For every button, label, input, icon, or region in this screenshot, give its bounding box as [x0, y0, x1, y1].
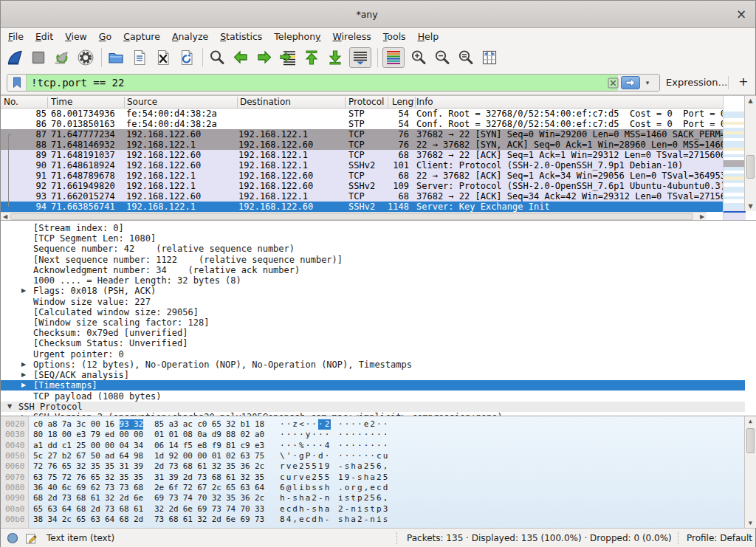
column-header-no[interactable]: No. [4, 96, 47, 108]
hex-vscrollbar[interactable]: ▲ ▼ [744, 416, 756, 528]
menu-go[interactable]: Go [93, 29, 117, 44]
hex-bytes-group2[interactable]: 01 01 08 0a d9 88 02 a0 [154, 430, 264, 440]
hex-ascii-group2[interactable]: ····e2·· [338, 419, 389, 430]
column-divider[interactable] [47, 97, 48, 108]
save-file-button[interactable] [130, 47, 149, 68]
hex-bytes-group2[interactable]: 31 39 2d 73 68 61 32 35 [154, 472, 264, 483]
go-back-button[interactable] [231, 47, 250, 68]
auto-scroll-button[interactable] [349, 47, 371, 68]
zoom-100-button[interactable] [456, 47, 475, 68]
colorize-button[interactable] [382, 47, 405, 68]
hex-row[interactable]: 00a065 63 64 68 2d 73 68 6132 2d 6e 69 7… [1, 504, 745, 515]
hex-selected-bytes[interactable]: 93 32 [120, 419, 143, 430]
expand-arrow-icon[interactable]: ▶ [21, 359, 26, 370]
go-last-button[interactable] [326, 47, 345, 68]
menu-view[interactable]: View [59, 29, 93, 44]
hex-row[interactable]: 009068 2d 73 68 61 32 2d 6e69 73 74 70 3… [1, 493, 745, 503]
scroll-up-icon[interactable]: ▲ [745, 96, 756, 106]
open-file-button[interactable] [106, 47, 126, 68]
packet-row-85[interactable]: 8568.001734936fe:54:00:d4:38:2aSTP54Conf… [1, 109, 723, 119]
hex-ascii-group2[interactable]: 19-sha25 [338, 472, 389, 483]
hex-ascii-group1[interactable]: 6@libssh [280, 483, 331, 493]
packet-row-92[interactable]: 9271.661949820192.168.122.1192.168.122.6… [1, 181, 723, 191]
hex-row[interactable]: 00b038 34 2c 65 63 64 68 2d73 68 61 32 2… [1, 515, 745, 525]
scrollbar-thumb[interactable] [746, 155, 755, 179]
hex-bytes-group1[interactable]: 80 18 00 e3 79 ed 00 00 [33, 430, 143, 440]
detail-row[interactable]: [Window size scaling factor: 128] [1, 317, 745, 328]
hex-row[interactable]: 006072 76 65 32 35 35 31 392d 73 68 61 3… [1, 461, 745, 472]
menu-edit[interactable]: Edit [30, 29, 59, 44]
scrollbar-thumb[interactable] [746, 428, 755, 453]
find-packet-button[interactable] [207, 47, 227, 68]
resize-columns-button[interactable] [480, 47, 499, 68]
hex-ascii-group2[interactable]: ········ [338, 430, 389, 440]
hex-ascii-group1[interactable]: rve25519 [280, 461, 331, 472]
add-filter-button[interactable]: + [736, 73, 751, 91]
detail-row[interactable]: Acknowledgment number: 34 (relative ack … [1, 265, 745, 275]
hex-ascii-group1[interactable]: 84,ecdh- [280, 515, 331, 525]
close-file-button[interactable] [154, 47, 173, 68]
hex-bytes-group2[interactable]: 32 2d 6e 69 73 74 70 33 [154, 504, 264, 515]
detail-row[interactable]: ▼SSH Protocol [1, 402, 745, 412]
packet-minimap[interactable] [723, 96, 745, 221]
expression-button[interactable]: Expression… [666, 74, 728, 92]
hex-ascii-group2[interactable]: sha2-nis [338, 515, 389, 525]
menu-analyze[interactable]: Analyze [166, 29, 214, 44]
hex-ascii-group2[interactable]: istp256, [338, 493, 389, 503]
detail-row[interactable]: ▶Flags: 0x018 (PSH, ACK) [1, 286, 745, 296]
close-button[interactable]: × [733, 6, 749, 22]
packet-list-vscrollbar[interactable]: ▲ ▼ [744, 96, 756, 211]
scrollbar-thumb[interactable] [10, 213, 693, 220]
hex-bytes-group2[interactable]: 73 68 61 32 2d 6e 69 73 [154, 515, 264, 525]
scroll-up-icon[interactable]: ▲ [745, 416, 756, 426]
column-divider[interactable] [124, 97, 125, 108]
hex-ascii-group1[interactable]: h-sha2-n [280, 493, 331, 503]
hex-ascii-group1[interactable]: curve255 [280, 472, 331, 483]
detail-row[interactable]: [TCP Segment Len: 1080] [1, 233, 745, 244]
hex-ascii-group2[interactable]: ······cu [338, 451, 389, 461]
packet-row-91[interactable]: 9171.648789678192.168.122.1192.168.122.6… [1, 171, 723, 181]
hex-row[interactable]: 00505c 27 b2 67 50 ad 64 981d 92 00 00 0… [1, 451, 745, 461]
detail-row[interactable]: Window size value: 227 [1, 297, 745, 307]
hex-bytes-group1[interactable]: 72 76 65 32 35 35 31 39 [33, 461, 143, 472]
detail-row[interactable]: Checksum: 0x79ed [unverified] [1, 328, 745, 338]
column-divider[interactable] [237, 97, 238, 108]
column-header-protocol[interactable]: Protocol [348, 96, 387, 108]
expand-arrow-icon[interactable]: ▶ [21, 380, 26, 391]
packet-row-94[interactable]: 9471.663856741192.168.122.1192.168.122.6… [1, 202, 723, 212]
reload-file-button[interactable] [177, 47, 196, 68]
detail-row[interactable]: ▶[Timestamps] [1, 380, 745, 391]
zoom-out-button[interactable] [433, 47, 452, 68]
hex-bytes-group1[interactable]: 36 40 6c 69 62 73 73 68 [33, 483, 143, 493]
scroll-down-icon[interactable]: ▼ [745, 518, 756, 528]
hex-bytes-group1[interactable]: 38 34 2c 65 63 64 68 2d [33, 515, 143, 525]
column-header-source[interactable]: Source [127, 96, 236, 108]
menu-capture[interactable]: Capture [117, 29, 166, 44]
hex-ascii-group1[interactable]: \'·gP·d· [280, 451, 331, 461]
filter-text[interactable]: !tcp.port == 22 [31, 75, 124, 91]
packet-row-93[interactable]: 9371.662015274192.168.122.60192.168.122.… [1, 191, 723, 202]
expand-arrow-icon[interactable]: ▶ [21, 286, 26, 296]
menu-telephony[interactable]: Telephony [268, 29, 326, 44]
hex-row[interactable]: 0040a1 dd c1 25 00 00 04 3406 14 f5 e8 f… [1, 441, 745, 451]
detail-row[interactable]: Urgent pointer: 0 [1, 349, 745, 359]
hex-row[interactable]: 003080 18 00 e3 79 ed 00 0001 01 08 0a d… [1, 430, 745, 440]
restart-capture-button[interactable] [52, 47, 72, 68]
packet-list-header[interactable]: No.TimeSourceDestinationProtocolLengthIn… [1, 96, 723, 109]
hex-bytes-group2[interactable]: 1d 92 00 00 01 02 63 75 [154, 451, 264, 461]
hex-ascii-group1[interactable]: ecdh-sha [280, 504, 331, 515]
title-bar[interactable]: *any × [1, 1, 755, 28]
hex-row[interactable]: 0020c0 a8 7a 3c 00 16 93 3285 a3 ac c0 6… [1, 419, 745, 430]
filter-dropdown-caret[interactable]: ▾ [642, 76, 653, 89]
hex-bytes-group1[interactable]: 63 75 72 76 65 32 35 35 [33, 472, 143, 483]
packet-row-89[interactable]: 8971.648191037192.168.122.60192.168.122.… [1, 150, 723, 160]
expert-info-icon[interactable] [7, 532, 18, 546]
hex-bytes-group2[interactable]: 2d 73 68 61 32 35 36 2c [154, 461, 264, 472]
hex-bytes-group2[interactable]: 69 73 74 70 32 35 36 2c [154, 493, 264, 503]
menu-tools[interactable]: Tools [377, 29, 412, 44]
zoom-in-button[interactable] [409, 47, 428, 68]
collapse-arrow-icon[interactable]: ▼ [7, 402, 12, 412]
detail-row[interactable]: [Calculated window size: 29056] [1, 307, 745, 317]
menu-statistics[interactable]: Statistics [214, 29, 268, 44]
expand-arrow-icon[interactable]: ▶ [21, 370, 26, 380]
